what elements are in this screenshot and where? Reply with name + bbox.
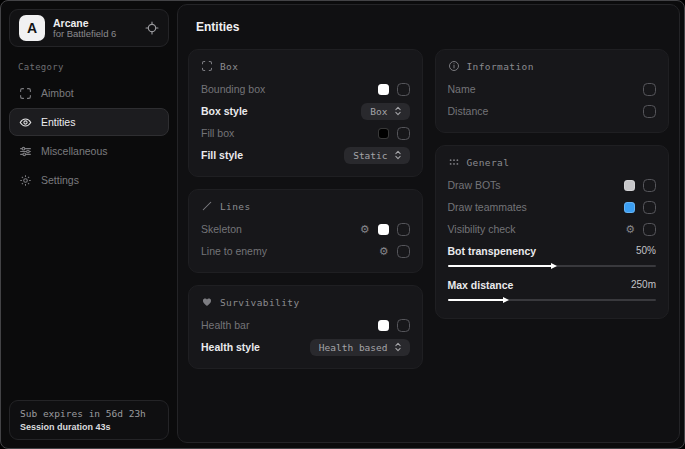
card-box: BoxBounding boxBox styleBoxFill boxFill … [188,49,423,177]
color-swatch[interactable] [624,180,635,191]
checkbox[interactable] [643,105,656,118]
option-row: Visibility check⚙ [448,218,657,240]
checkbox[interactable] [643,201,656,214]
sidebar: A Arcane for Battlefield 6 Category Aimb… [1,1,177,448]
app-subtitle: for Battlefield 6 [53,29,116,40]
gear-icon[interactable]: ⚙ [360,224,370,235]
checkbox[interactable] [397,127,410,140]
row-controls [624,179,656,192]
sidebar-item-label: Aimbot [41,87,74,99]
cards-columns: BoxBounding boxBox styleBoxFill boxFill … [188,49,669,369]
app-name: Arcane [53,17,116,29]
checkbox[interactable] [643,223,656,236]
target-icon[interactable] [145,21,159,35]
slider-head: Max distance250m [448,275,657,294]
option-label: Name [448,83,476,95]
card-header: Lines [201,200,410,212]
row-controls: ⚙ [360,223,410,236]
session-duration-text: Session duration 43s [20,422,158,432]
option-row: Draw BOTs [448,174,657,196]
row-controls: ⚙ [625,223,656,236]
color-swatch[interactable] [378,320,389,331]
card-title: Information [467,61,534,72]
option-row: Fill styleStatic [201,144,410,166]
slider-value: 250m [631,279,656,290]
option-label: Box style [201,105,248,117]
gear-icon[interactable]: ⚙ [379,246,389,257]
card-title: General [467,157,510,168]
dropdown-value: Health based [319,342,388,353]
row-controls [643,105,656,118]
eye-icon [19,116,32,129]
row-controls [643,83,656,96]
row-controls: Box [361,103,409,120]
chevron-updown-icon [394,150,402,160]
slider-thumb[interactable] [503,297,509,303]
option-label: Fill style [201,149,243,161]
dropdown[interactable]: Health based [310,339,410,356]
page-title: Entities [196,20,669,34]
sidebar-item-entities[interactable]: Entities [9,108,169,136]
row-controls [378,127,410,140]
dropdown[interactable]: Static [344,147,409,164]
sub-expiry-text: Sub expires in 56d 23h [20,408,158,419]
checkbox[interactable] [397,83,410,96]
heart-icon [201,296,213,308]
dropdown-value: Static [353,150,387,161]
gear-icon [19,174,32,187]
gear-icon[interactable]: ⚙ [625,224,635,235]
option-label: Distance [448,105,489,117]
checkbox[interactable] [643,179,656,192]
row-controls [378,83,410,96]
card-header: Box [201,60,410,72]
card-general: GeneralDraw BOTsDraw teammatesVisibility… [435,145,670,319]
row-controls: Health based [310,339,410,356]
option-row: Health bar [201,314,410,336]
option-row: Name [448,78,657,100]
line-icon [201,200,213,212]
sliders-icon [19,145,32,158]
card-header: Information [448,60,657,72]
dropdown[interactable]: Box [361,103,409,120]
sidebar-nav: AimbotEntitiesMiscellaneousSettings [1,79,177,194]
card-header: Survivability [201,296,410,308]
app-header-card: A Arcane for Battlefield 6 [9,9,169,47]
color-swatch[interactable] [378,84,389,95]
option-label: Health style [201,341,260,353]
option-label: Health bar [201,319,249,331]
row-controls: ⚙ [379,245,410,258]
option-row: Health styleHealth based [201,336,410,358]
subscription-footer-card: Sub expires in 56d 23h Session duration … [9,400,169,440]
checkbox[interactable] [643,83,656,96]
dropdown-value: Box [370,106,387,117]
checkbox[interactable] [397,223,410,236]
sidebar-item-label: Entities [41,116,75,128]
slider-label: Max distance [448,279,514,291]
slider-track[interactable] [448,265,657,267]
app-title-block: Arcane for Battlefield 6 [53,17,116,40]
slider-bot-transpenency: Bot transpenency50% [448,240,657,274]
chevron-updown-icon [394,106,402,116]
color-swatch[interactable] [378,224,389,235]
slider-fill [448,299,504,301]
slider-thumb[interactable] [551,263,557,269]
slider-fill [448,265,552,267]
row-controls [378,319,410,332]
slider-track[interactable] [448,299,657,301]
color-swatch[interactable] [378,128,389,139]
card-title: Box [220,61,238,72]
info-icon [448,60,460,72]
sidebar-item-settings[interactable]: Settings [9,166,169,194]
main-panel: Entities BoxBounding boxBox styleBoxFill… [177,4,680,443]
right-column: InformationNameDistanceGeneralDraw BOTsD… [435,49,670,319]
checkbox[interactable] [397,319,410,332]
option-row: Box styleBox [201,100,410,122]
sidebar-item-miscellaneous[interactable]: Miscellaneous [9,137,169,165]
sidebar-item-label: Settings [41,174,79,186]
sidebar-item-aimbot[interactable]: Aimbot [9,79,169,107]
row-controls [624,201,656,214]
card-lines: LinesSkeleton⚙Line to enemy⚙ [188,189,423,273]
color-swatch[interactable] [624,202,635,213]
checkbox[interactable] [397,245,410,258]
grid-dots-icon [448,156,460,168]
